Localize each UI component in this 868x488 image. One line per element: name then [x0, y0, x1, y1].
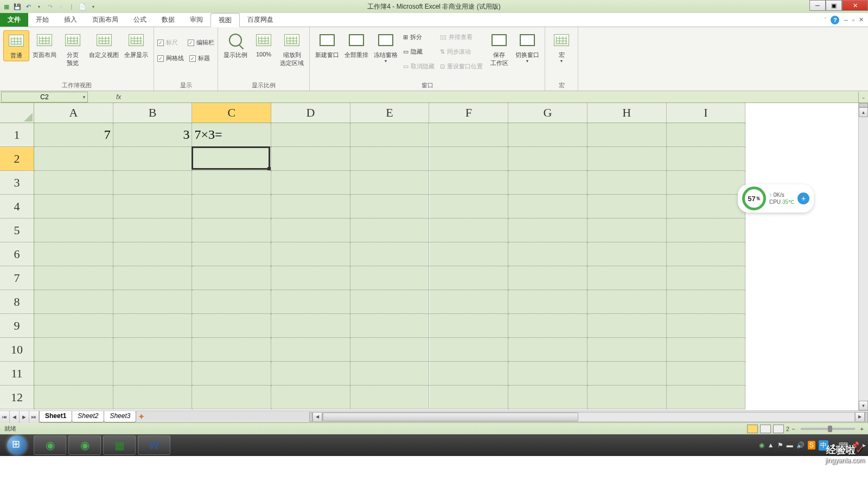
vsplit-handle[interactable] [859, 103, 868, 107]
view-break-icon[interactable] [773, 425, 784, 433]
cell-E6[interactable] [350, 242, 430, 266]
cell-D2[interactable] [271, 147, 350, 171]
cell-D8[interactable] [271, 290, 350, 314]
cell-A6[interactable] [34, 242, 113, 266]
row-header-10[interactable]: 10 [0, 338, 34, 362]
col-header-D[interactable]: D [271, 103, 350, 123]
row-header-2[interactable]: 2 [0, 147, 34, 171]
btn-macros[interactable]: 宏▼ [548, 30, 575, 64]
scroll-right-icon[interactable]: ▶ [855, 412, 865, 422]
cell-I6[interactable] [667, 242, 746, 266]
cell-A8[interactable] [34, 290, 113, 314]
row-header-9[interactable]: 9 [0, 314, 34, 338]
tab-formulas[interactable]: 公式 [126, 13, 154, 27]
cell-B5[interactable] [113, 219, 193, 242]
row-header-12[interactable]: 12 [0, 386, 34, 409]
cell-A10[interactable] [34, 338, 113, 362]
cell-A7[interactable] [34, 266, 113, 290]
cell-H2[interactable] [588, 147, 667, 171]
cell-D11[interactable] [271, 362, 350, 386]
cell-H7[interactable] [588, 266, 667, 290]
cell-B9[interactable] [113, 314, 193, 338]
row-header-8[interactable]: 8 [0, 290, 34, 314]
cell-F10[interactable] [430, 338, 509, 362]
cell-B1[interactable]: 3 [113, 123, 193, 147]
cell-C5[interactable] [192, 219, 271, 242]
cell-G7[interactable] [508, 266, 588, 290]
cell-C3[interactable] [192, 171, 271, 195]
cell-G5[interactable] [508, 219, 588, 242]
sheet-tab-2[interactable]: Sheet2 [72, 411, 104, 422]
cell-H6[interactable] [588, 242, 667, 266]
btn-normal-view[interactable]: 普通 [3, 30, 29, 61]
cell-I4[interactable] [667, 195, 746, 219]
row-header-5[interactable]: 5 [0, 219, 34, 242]
start-button[interactable] [2, 435, 31, 455]
col-header-C[interactable]: C [192, 103, 271, 123]
cell-F2[interactable] [430, 147, 509, 171]
btn-freeze-panes[interactable]: 冻结窗格▼ [372, 30, 400, 64]
cell-F7[interactable] [430, 266, 509, 290]
row-header-4[interactable]: 4 [0, 195, 34, 219]
cell-C10[interactable] [192, 338, 271, 362]
scroll-down-icon[interactable]: ▼ [859, 401, 868, 410]
close-button[interactable]: ✕ [842, 0, 868, 11]
cell-I1[interactable] [667, 123, 746, 147]
fx-icon[interactable]: fx [89, 93, 127, 101]
cell-B3[interactable] [113, 171, 193, 195]
cell-F3[interactable] [430, 171, 509, 195]
cell-G3[interactable] [508, 171, 588, 195]
cell-I5[interactable] [667, 219, 746, 242]
cell-H3[interactable] [588, 171, 667, 195]
cell-G2[interactable] [508, 147, 588, 171]
cell-A11[interactable] [34, 362, 113, 386]
cell-C6[interactable] [192, 242, 271, 266]
tab-view[interactable]: 视图 [210, 13, 240, 27]
cell-C1[interactable]: 7×3= [192, 123, 271, 147]
cell-H10[interactable] [588, 338, 667, 362]
btn-new-window[interactable]: 新建窗口 [313, 30, 341, 60]
cell-B8[interactable] [113, 290, 193, 314]
scroll-up-icon[interactable]: ▲ [859, 107, 868, 117]
col-header-E[interactable]: E [350, 103, 430, 123]
cell-C7[interactable] [192, 266, 271, 290]
cell-F12[interactable] [430, 386, 509, 409]
cell-D1[interactable] [271, 123, 350, 147]
tray-net-icon[interactable]: ▬ [787, 441, 793, 449]
cell-C12[interactable] [192, 386, 271, 409]
cell-B11[interactable] [113, 362, 193, 386]
hsplit-handle-2[interactable] [865, 412, 868, 422]
cell-H5[interactable] [588, 219, 667, 242]
cell-H8[interactable] [588, 290, 667, 314]
btn-arrange-all[interactable]: 全部重排 [342, 30, 371, 60]
cell-G10[interactable] [508, 338, 588, 362]
cell-E8[interactable] [350, 290, 430, 314]
cell-A1[interactable]: 7 [34, 123, 113, 147]
row-header-11[interactable]: 11 [0, 362, 34, 386]
cell-I9[interactable] [667, 314, 746, 338]
zoom-slider[interactable] [801, 428, 855, 430]
qat-dd-icon[interactable]: ▼ [89, 2, 98, 11]
cell-I11[interactable] [667, 362, 746, 386]
btn-save-workspace[interactable]: 保存 工作区 [486, 30, 512, 68]
cell-G12[interactable] [508, 386, 588, 409]
tab-file[interactable]: 文件 [0, 13, 28, 27]
task-excel[interactable]: ▦ [103, 435, 136, 455]
cell-H11[interactable] [588, 362, 667, 386]
tab-baidu[interactable]: 百度网盘 [240, 13, 281, 27]
btn-zoom-selection[interactable]: 缩放到 选定区域 [278, 30, 306, 68]
minimize-button[interactable]: ─ [809, 0, 826, 11]
zoom-in-icon[interactable]: + [860, 426, 864, 432]
doc-restore-icon[interactable]: ▫ [852, 17, 854, 23]
save-icon[interactable]: 💾 [13, 2, 22, 11]
tray-vol-icon[interactable]: 🔊 [796, 441, 805, 449]
tab-nav-last-icon[interactable]: ⏭ [29, 411, 39, 423]
hscroll-thumb[interactable] [323, 413, 578, 421]
undo-icon[interactable]: ↶ [24, 2, 33, 11]
cell-D12[interactable] [271, 386, 350, 409]
tab-nav-first-icon[interactable]: ⏮ [0, 411, 10, 423]
scroll-left-icon[interactable]: ◀ [312, 412, 322, 422]
cell-E5[interactable] [350, 219, 430, 242]
redo-icon[interactable]: ↷ [46, 2, 54, 11]
cell-A2[interactable] [34, 147, 113, 171]
